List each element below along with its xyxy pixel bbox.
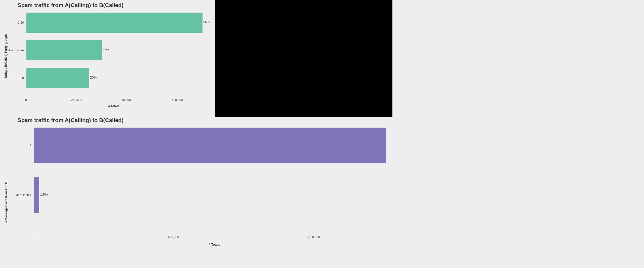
chart-bottom-x-axis-label: # Totals [209, 243, 220, 246]
chart-top-x-tick-1: 200,000 [71, 98, 82, 102]
chart-top-x-tick-2: 400,000 [122, 98, 132, 102]
chart-bottom-y-axis-label: # Messages sent from A to B [5, 182, 8, 223]
chart-top-y-tick-2: 21-100 [0, 76, 24, 80]
chart-top-y-axis-label: Unique B(Called) Party groups [4, 34, 8, 78]
chart-top-x-axis-label: # Totals [108, 104, 119, 108]
chart-top-x-tick-0: 0 [25, 98, 27, 102]
bar-top-0-label: 56% [203, 20, 210, 24]
chart-bottom-y-tick-1: More than 1 [0, 193, 31, 197]
bar-bottom-0[interactable] [34, 128, 386, 163]
chart-bottom-x-tick-0: 0 [33, 235, 34, 239]
chart-top-title: Spam traffic from A(Calling) to B(Called… [18, 2, 124, 9]
redacted-panel [215, 0, 392, 117]
bar-top-2[interactable] [26, 68, 89, 88]
chart-top-y-tick-0: 1-20 [0, 21, 24, 24]
bar-bottom-1[interactable] [34, 177, 39, 213]
chart-bottom-title: Spam traffic from A(Calling) to B(Called… [18, 117, 124, 124]
chart-top: Spam traffic from A(Calling) to B(Called… [0, 0, 215, 117]
chart-bottom-x-tick-1: 500,000 [168, 235, 179, 239]
chart-bottom-x-tick-2: 1,000,000 [306, 235, 320, 239]
chart-bottom: Spam traffic from A(Calling) to B(Called… [0, 117, 391, 268]
bar-top-1[interactable] [26, 40, 102, 60]
chart-bottom-y-tick-0: 1 [0, 143, 31, 147]
chart-top-x-tick-3: 600,000 [172, 98, 183, 102]
chart-top-y-tick-1: 101 and more [0, 49, 24, 52]
bar-top-2-label: 20% [90, 75, 97, 79]
bar-top-0[interactable] [26, 13, 203, 33]
bar-top-1-label: 24% [103, 48, 109, 52]
bar-bottom-1-label: 1.5% [40, 193, 48, 196]
